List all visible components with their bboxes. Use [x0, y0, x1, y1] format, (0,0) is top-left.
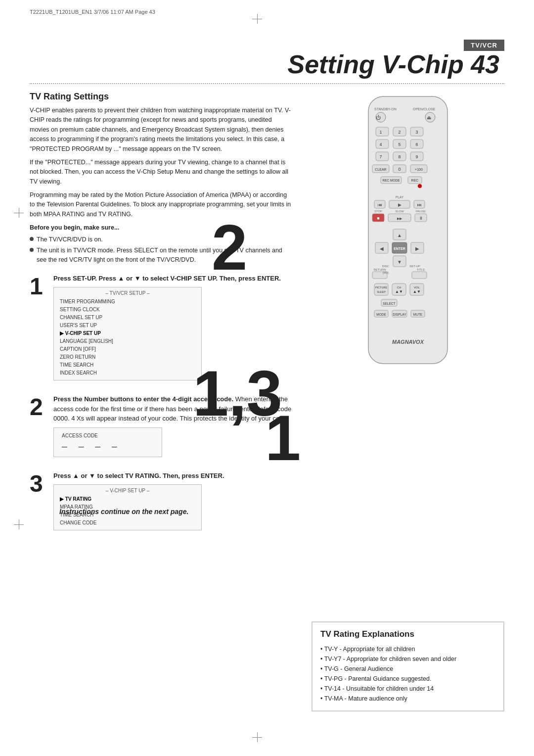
step-3-instruction: Press ▲ or ▼ to select TV RATING. Then, …: [53, 471, 292, 481]
menu-item: CHANGE CODE: [60, 519, 195, 527]
svg-text:7: 7: [379, 154, 382, 159]
explanations-heading: TV Rating Explanations: [320, 629, 495, 639]
svg-text:SET-UP: SET-UP: [409, 265, 420, 268]
svg-text:⏸: ⏸: [419, 216, 423, 221]
list-item: The TV/VCR/DVD is on.: [30, 235, 292, 244]
svg-text:9: 9: [415, 154, 418, 159]
svg-text:⏻: ⏻: [376, 115, 381, 120]
before-begin-heading: Before you begin, make sure...: [30, 223, 292, 233]
svg-text:PICTURE: PICTURE: [375, 286, 387, 289]
svg-text:TITLE: TITLE: [417, 268, 425, 271]
menu-item: TIMER PROGRAMMING: [60, 298, 195, 306]
menu-title: – TV/VCR SETUP –: [60, 290, 195, 296]
access-code-dashes: – – – –: [62, 441, 154, 452]
step-2-instruction: Press the Number buttons to enter the 4-…: [53, 394, 292, 424]
svg-text:+100: +100: [415, 168, 423, 171]
explanation-item: TV-Y - Appropriate for all children: [320, 644, 495, 654]
paragraph-2: If the "PROTECTED..." message appears du…: [30, 158, 292, 187]
bullet-dot: [30, 248, 34, 252]
svg-text:OPEN/CLOSE: OPEN/CLOSE: [413, 107, 436, 111]
svg-text:STOP: STOP: [374, 210, 382, 213]
step-3-content: Press ▲ or ▼ to select TV RATING. Then, …: [53, 471, 292, 536]
explanation-item: TV-14 - Unsuitable for children under 14: [320, 684, 495, 694]
svg-text:PAUSE: PAUSE: [416, 210, 426, 213]
explanation-item: TV-MA - Mature audience only: [320, 694, 495, 704]
access-code-label: ACCESS CODE: [62, 433, 154, 438]
list-item: The unit is in TV/VCR mode. Press SELECT…: [30, 246, 292, 265]
crosshair-bottom: [252, 732, 262, 742]
remote-control-svg: STANDBY-ON ⏻ OPEN/CLOSE ⏏ 1 2 3 4 5 6 7 …: [354, 92, 462, 369]
svg-text:⏭: ⏭: [417, 202, 422, 207]
menu-item: CHANNEL SET UP: [60, 314, 195, 322]
svg-rect-0: [368, 96, 447, 364]
svg-text:STANDBY-ON: STANDBY-ON: [374, 107, 397, 111]
tv-rating-explanations: TV Rating Explanations TV-Y - Appropriat…: [312, 621, 504, 711]
svg-text:3: 3: [415, 130, 418, 135]
svg-text:PLAY: PLAY: [396, 195, 404, 199]
explanations-list: TV-Y - Appropriate for all children TV-Y…: [320, 644, 495, 704]
svg-text:2: 2: [398, 130, 400, 135]
before-begin-list: The TV/VCR/DVD is on. The unit is in TV/…: [30, 235, 292, 265]
menu-item-selected: V-CHIP SET UP: [60, 330, 195, 337]
step-2-number: 2: [30, 394, 47, 462]
step-1-menu: – TV/VCR SETUP – TIMER PROGRAMMING SETTI…: [53, 287, 202, 380]
svg-text:0: 0: [398, 167, 400, 172]
svg-text:MAGNAVOX: MAGNAVOX: [392, 339, 424, 345]
svg-text:⏏: ⏏: [427, 115, 431, 120]
svg-rect-13: [376, 140, 389, 148]
svg-text:DISC: DISC: [382, 265, 390, 268]
step-3-block: 3 Press ▲ or ▼ to select TV RATING. Then…: [30, 471, 292, 536]
page-header: T2221UB_T1201UB_EN1 3/7/06 11:07 AM Page…: [30, 9, 504, 15]
svg-rect-19: [376, 152, 389, 161]
svg-text:MUTE: MUTE: [413, 313, 423, 316]
svg-text:▼: ▼: [397, 259, 402, 265]
svg-text:▶: ▶: [398, 202, 401, 207]
svg-rect-69: [374, 284, 388, 295]
remote-area: STANDBY-ON ⏻ OPEN/CLOSE ⏏ 1 2 3 4 5 6 7 …: [312, 92, 504, 369]
menu-item: LANGUAGE [ENGLISH]: [60, 337, 195, 345]
svg-text:■: ■: [377, 216, 379, 221]
crosshair-top: [252, 14, 262, 24]
svg-text:◀: ◀: [380, 246, 384, 251]
crosshair-left: [14, 208, 24, 218]
svg-text:ENTER: ENTER: [394, 247, 405, 250]
step-1-number: 1: [30, 274, 47, 386]
svg-text:6: 6: [415, 142, 418, 147]
svg-text:▶▶: ▶▶: [397, 217, 402, 220]
tv-rating-settings-heading: TV Rating Settings: [30, 92, 292, 102]
step-1-block: 1 Press SET-UP. Press ▲ or ▼ to select V…: [30, 274, 292, 386]
crosshair-left2: [14, 520, 24, 529]
svg-rect-65: [412, 272, 427, 279]
menu-item: INDEX SEARCH: [60, 369, 195, 377]
svg-text:▲: ▲: [397, 233, 402, 238]
explanation-item: TV-PG - Parental Guidance suggested.: [320, 674, 495, 684]
svg-text:▶: ▶: [415, 246, 419, 251]
svg-text:SLOW: SLOW: [395, 210, 404, 213]
paragraph-3: Programming may be rated by the Motion P…: [30, 190, 292, 219]
access-code-box: ACCESS CODE – – – –: [53, 427, 162, 457]
menu-title: – V-CHIP SET UP –: [60, 488, 195, 493]
svg-text:MODE: MODE: [376, 313, 386, 316]
instructions-continue: Instructions continue on the next page.: [59, 508, 188, 516]
svg-rect-7: [376, 127, 389, 136]
step-1-content: Press SET-UP. Press ▲ or ▼ to select V-C…: [53, 274, 292, 386]
paragraph-1: V-CHIP enables parents to prevent their …: [30, 106, 292, 154]
svg-text:▲▼: ▲▼: [413, 289, 421, 294]
explanation-item: TV-G - General Audience: [320, 664, 495, 674]
menu-item: USER'S SET UP: [60, 322, 195, 330]
svg-text:4: 4: [379, 142, 382, 147]
left-column: TV Rating Settings V-CHIP enables parent…: [30, 92, 292, 544]
file-info: T2221UB_T1201UB_EN1 3/7/06 11:07 AM Page…: [30, 9, 155, 15]
svg-text:⏮: ⏮: [378, 202, 382, 207]
svg-text:8: 8: [398, 154, 400, 159]
step-2-content: Press the Number buttons to enter the 4-…: [53, 394, 292, 462]
menu-item: CAPTION [OFF]: [60, 345, 195, 353]
svg-text:(RD): (RD): [383, 271, 389, 274]
menu-item: SETTING CLOCK: [60, 306, 195, 314]
svg-text:REC MODE: REC MODE: [382, 179, 400, 182]
menu-item-selected: TV RATING: [60, 495, 195, 503]
svg-text:DISPLAY: DISPLAY: [393, 313, 407, 316]
svg-text:CH: CH: [397, 286, 401, 289]
svg-text:▲▼: ▲▼: [395, 289, 403, 294]
step-2-block: 2 Press the Number buttons to enter the …: [30, 394, 292, 462]
